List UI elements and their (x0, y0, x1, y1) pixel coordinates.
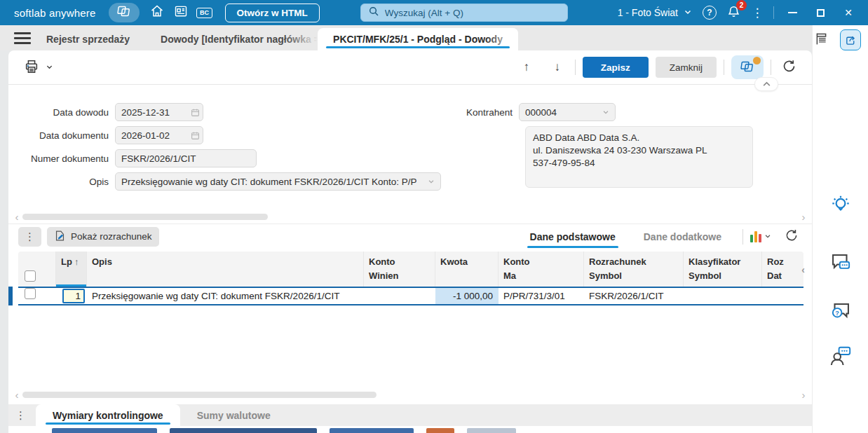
cell-opis[interactable]: Przeksięgowanie wg daty CIT: dokument FS… (87, 291, 364, 301)
cell-rozrachunek[interactable]: FSKR/2026/1/CIT (584, 291, 684, 301)
global-search[interactable] (360, 4, 568, 22)
col-rozrachunek[interactable]: Rozrachunek Symbol (584, 252, 684, 287)
collapse-header-button[interactable] (754, 77, 778, 91)
related-windows-button[interactable] (731, 55, 764, 79)
col-label: Konto (503, 255, 583, 269)
company-selector[interactable]: 1 - Foto Świat (618, 7, 692, 18)
nav-up-button[interactable]: ↑ (516, 57, 537, 78)
svg-text:?: ? (835, 310, 839, 317)
scroll-thumb[interactable] (22, 214, 268, 220)
print-options-button[interactable] (42, 57, 56, 78)
opis-value: Przeksięgowanie wg daty CIT: dokument FS… (121, 177, 416, 187)
tab-label: Sumy walutowe (197, 410, 271, 421)
help-button[interactable]: ? (698, 3, 721, 22)
bc-button[interactable]: BC (193, 3, 217, 22)
maximize-icon (817, 9, 825, 17)
col-opis[interactable]: Opis (87, 252, 364, 287)
chart-view-button[interactable] (750, 226, 771, 247)
feedback-chat-button[interactable] (829, 251, 853, 277)
tab-pkcit-active[interactable]: PKCIT/MFK/25/1 - Podgląd - Dowody (318, 28, 518, 50)
grid-empty-area (8, 305, 812, 387)
field-label: Numer dokumentu (8, 153, 115, 164)
save-button[interactable]: Zapisz (583, 57, 649, 78)
tab-sumy-walutowe[interactable]: Sumy walutowe (180, 404, 287, 426)
calendar-icon (191, 130, 200, 143)
col-label: Winien (369, 269, 435, 283)
bottom-tabs-menu-button[interactable]: ⋮ (15, 409, 26, 422)
col-label: Rozrachunek (589, 255, 683, 269)
tab-wymiary-kontrolingowe[interactable]: Wymiary kontrolingowe (36, 404, 180, 426)
cell-kwota[interactable]: -1 000,00 (435, 288, 499, 304)
col-label: Kwota (440, 255, 498, 269)
grid-menu-button[interactable]: ⋮ (18, 227, 41, 247)
window-minimize-button[interactable] (778, 3, 806, 22)
toolbar-divider (575, 60, 576, 75)
col-label: Lp (61, 256, 72, 267)
search-input[interactable] (385, 8, 560, 18)
notifications-button[interactable]: 2 (721, 3, 745, 22)
col-roz-data[interactable]: Roz Dat (762, 252, 803, 287)
scroll-left-arrow[interactable]: ‹ (13, 211, 21, 223)
suggestions-button[interactable] (830, 195, 851, 220)
tab-fade (284, 28, 318, 50)
kontrahent-value: 000004 (525, 107, 557, 118)
chevron-up-icon (762, 78, 771, 90)
menu-button[interactable] (14, 29, 31, 46)
col-kwota[interactable]: Kwota (435, 252, 499, 287)
col-label: Ma (503, 269, 583, 283)
kontrahent-select[interactable]: 000004 (519, 103, 616, 121)
open-in-html-button[interactable]: Otwórz w HTML (225, 4, 320, 22)
tab-label: Wymiary kontrolingowe (53, 410, 163, 421)
chevron-down-icon (684, 7, 692, 18)
chat-bubbles-icon (829, 251, 853, 275)
tab-rejestr-sprzedazy[interactable]: Rejestr sprzedaży (31, 28, 145, 50)
community-button[interactable] (828, 344, 853, 372)
scroll-left-arrow[interactable]: ‹ (13, 389, 21, 401)
layers-icon (117, 5, 131, 20)
tab-fade (484, 28, 518, 50)
share-button[interactable] (840, 29, 861, 50)
help-icon: ? (703, 6, 717, 20)
table-header-row: Lp↑ Opis Konto Winien Kwota Konto Ma (18, 252, 803, 287)
print-button[interactable] (21, 57, 42, 78)
tab-dane-dodatkowe[interactable]: Dane dodatkowe (641, 227, 724, 247)
kebab-icon: ⋮ (752, 7, 764, 19)
scroll-thumb[interactable] (22, 392, 377, 398)
scroll-track[interactable] (21, 392, 799, 398)
scroll-right-arrow[interactable]: › (799, 389, 808, 401)
panel-list-icon[interactable] (814, 32, 829, 49)
col-konto-ma[interactable]: Konto Ma (499, 252, 584, 287)
opis-select[interactable]: Przeksięgowanie wg daty CIT: dokument FS… (115, 172, 441, 191)
select-all-checkbox[interactable] (25, 270, 36, 282)
home-button[interactable] (145, 3, 169, 22)
window-maximize-button[interactable] (806, 3, 834, 22)
grid-toolbar: ⋮ Pokaż rozrachunek Dane podstawowe Dane… (8, 224, 812, 249)
col-klasyfikator[interactable]: Klasyfikator Symbol (684, 252, 762, 287)
app-switcher-button[interactable] (109, 3, 140, 22)
layers-icon (740, 60, 754, 75)
nav-down-button[interactable]: ↓ (547, 57, 568, 78)
columns-scroll-left-arrow[interactable]: ‹ (801, 264, 805, 275)
col-lp[interactable]: Lp↑ (56, 252, 87, 287)
refresh-button[interactable] (778, 57, 799, 78)
cell-lp-focused[interactable]: 1 (62, 289, 85, 303)
col-label: Dat (767, 269, 803, 283)
tab-dane-podstawowe[interactable]: Dane podstawowe (527, 227, 618, 247)
close-document-button[interactable]: Zamknij (656, 57, 717, 78)
scroll-right-arrow[interactable]: › (799, 211, 808, 223)
cell-konto-ma[interactable]: P/PR/731/3/01 (499, 291, 584, 301)
help-center-button[interactable]: ? (829, 300, 853, 327)
show-settlement-button[interactable]: Pokaż rozrachunek (47, 227, 159, 247)
numer-dokumentu-input[interactable] (115, 149, 257, 167)
row-checkbox[interactable] (25, 288, 36, 299)
document-panel: ↑ ↓ Zapisz Zamknij (8, 50, 812, 433)
print-icon (24, 59, 39, 76)
window-close-button[interactable]: ✕ (834, 3, 862, 22)
table-row-selected[interactable]: 1 Przeksięgowanie wg daty CIT: dokument … (18, 287, 803, 305)
overflow-menu-button[interactable]: ⋮ (745, 3, 769, 22)
scroll-track[interactable] (21, 214, 799, 220)
grid-refresh-button[interactable] (781, 226, 802, 247)
news-button[interactable] (169, 3, 193, 22)
tab-dowody[interactable]: Dowody [Identyfikator nagłówka = 161 (145, 28, 318, 50)
col-konto-winien[interactable]: Konto Winien (364, 252, 435, 287)
